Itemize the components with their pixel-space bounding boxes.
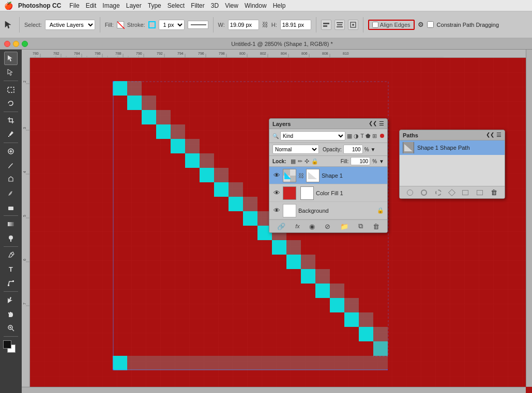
zoom-tool[interactable] [4,321,18,335]
menu-view[interactable]: View [225,2,238,9]
menu-select[interactable]: Select [168,2,185,9]
align-center-btn[interactable] [335,20,345,30]
opacity-arrow[interactable]: ▼ [371,147,376,152]
layer-chain-shape1[interactable]: ⛓ [298,172,304,179]
paths-panel-menu-icon[interactable]: ☰ [496,132,501,138]
svg-rect-102 [127,81,142,96]
path-stroke-circle-btn[interactable] [421,190,427,196]
brush-tool[interactable] [4,159,18,172]
fill-arrow[interactable]: ▼ [379,159,384,164]
maximize-button[interactable] [22,41,28,47]
width-input[interactable] [228,20,259,30]
dodge-tool[interactable] [4,231,18,245]
fill-swatch[interactable] [117,21,124,28]
opacity-input[interactable] [343,145,363,154]
menu-filter[interactable]: Filter [191,2,205,9]
path-fill-circle-btn[interactable] [407,190,413,196]
layers-link-btn[interactable]: 🔗 [277,223,285,230]
filter-smart-btn[interactable]: ⊞ [372,133,377,139]
layers-adjustment-btn[interactable]: ⊘ [325,223,330,230]
filter-type-btn[interactable]: T [360,133,364,139]
gradient-tool[interactable] [4,217,18,231]
lock-label: Lock: [272,159,286,164]
lock-image-btn[interactable]: ✏ [298,158,302,165]
layer-visibility-shape1[interactable]: 👁 [272,171,281,179]
layer-visibility-colorfill1[interactable]: 👁 [272,189,281,197]
align-edges-checkbox[interactable] [372,22,378,28]
svg-rect-85 [156,124,171,139]
direct-selection-tool[interactable] [4,66,18,79]
foreground-color-swatch[interactable] [3,340,11,349]
constrain-checkbox[interactable] [427,21,434,28]
close-button[interactable] [4,41,10,47]
menu-window[interactable]: Window [245,2,267,9]
wh-chain-icon[interactable]: ⛓ [262,21,268,28]
layers-panel-collapse[interactable]: ❮❮ [369,120,377,127]
menu-layer[interactable]: Layer [126,2,142,9]
stroke-swatch[interactable] [148,21,156,28]
layers-fx-btn[interactable]: fx [295,223,300,229]
menu-file[interactable]: File [69,2,79,9]
select-dropdown[interactable]: Active Layers All Layers [45,20,95,30]
height-input[interactable] [280,20,311,30]
filter-pixel-btn[interactable]: ▦ [347,133,352,139]
path-row-shape1[interactable]: Shape 1 Shape Path [400,140,505,155]
menu-3d[interactable]: 3D [211,2,219,9]
pen-tool[interactable] [4,248,18,262]
menu-help[interactable]: Help [273,2,286,9]
layers-mask-btn[interactable]: ◉ [309,223,315,230]
filter-toggle-dot[interactable] [380,134,384,138]
align-left-btn[interactable] [321,20,331,30]
layer-row-shape1[interactable]: 👁 ⛓ [269,167,387,184]
menu-type[interactable]: Type [148,2,161,9]
fill-input[interactable] [351,157,370,165]
lasso-tool[interactable] [4,97,18,110]
clone-stamp-tool[interactable] [4,172,18,186]
path-component-select-bottom[interactable] [4,293,18,307]
layers-copy-btn[interactable]: ⧉ [358,222,363,230]
filter-shape-btn[interactable]: ⬟ [366,133,371,139]
svg-rect-130 [272,356,286,370]
transform-btn[interactable] [348,20,358,30]
paths-panel-collapse[interactable]: ❮❮ [486,132,494,138]
path-selection-tool[interactable] [4,52,18,65]
vertical-scrollbar[interactable] [526,50,532,387]
settings-gear-icon[interactable]: ⚙ [418,21,424,28]
history-brush-tool[interactable] [4,186,18,200]
layer-row-colorfill1[interactable]: 👁 Color Fill 1 [269,184,387,202]
stroke-style-selector[interactable] [188,21,208,29]
crop-tool[interactable] [4,114,18,127]
path-rect2-btn[interactable] [477,190,483,195]
lock-all-btn[interactable]: 🔒 [311,158,318,165]
selection-tool-icon[interactable] [3,19,14,30]
path-rect-btn[interactable] [462,190,468,195]
layers-delete-btn[interactable]: 🗑 [373,223,379,230]
rectangle-marquee-tool[interactable] [4,83,18,96]
layers-group-btn[interactable]: 📁 [340,223,348,230]
blend-mode-select[interactable]: Normal Multiply Screen Overlay [272,145,319,154]
healing-brush-tool[interactable] [4,145,18,158]
fill-swatch-area[interactable] [117,21,124,28]
eyedropper-tool[interactable] [4,128,18,141]
horizontal-scrollbar[interactable] [22,387,526,393]
path-dashed-btn[interactable] [435,190,442,196]
type-tool[interactable]: T [4,262,18,276]
menu-edit[interactable]: Edit [86,2,97,9]
layer-visibility-background[interactable]: 👁 [272,207,281,214]
apple-menu[interactable]: 🍎 [4,2,13,10]
menu-image[interactable]: Image [102,2,119,9]
svg-text:3: 3 [23,127,26,129]
layers-panel-menu-icon[interactable]: ☰ [379,120,384,127]
path-delete-btn[interactable]: 🗑 [491,188,497,196]
eraser-tool[interactable] [4,200,18,214]
lock-transparent-btn[interactable]: ▦ [291,158,296,165]
layer-row-background[interactable]: 👁 Background 🔒 [269,202,387,219]
filter-adjust-btn[interactable]: ◑ [354,133,359,139]
path-tool[interactable] [4,276,18,290]
stroke-width-select[interactable]: 1 px 2 px 3 px [159,20,185,30]
hand-tool[interactable] [4,307,18,321]
minimize-button[interactable] [13,41,19,47]
filter-select[interactable]: Kind Name Effect [280,131,345,140]
lock-position-btn[interactable]: ✣ [305,158,309,165]
path-diamond-btn[interactable] [448,188,455,196]
